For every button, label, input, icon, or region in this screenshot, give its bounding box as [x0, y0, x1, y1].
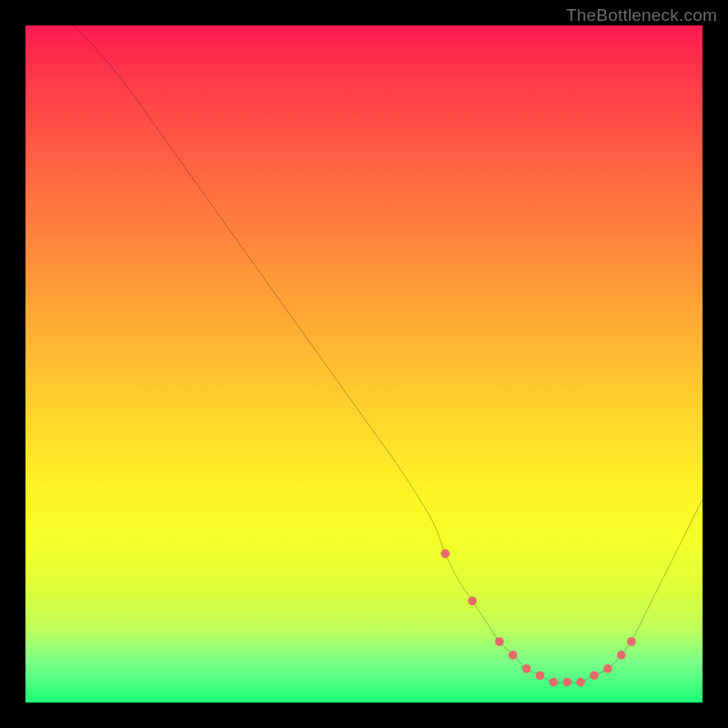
curve-marker — [617, 651, 626, 660]
curve-marker — [562, 678, 571, 687]
curve-marker — [603, 664, 612, 673]
bottleneck-curve — [73, 25, 703, 682]
curve-marker — [576, 678, 585, 687]
chart-frame: TheBottleneck.com — [0, 0, 728, 728]
curve-marker — [440, 549, 450, 558]
curve-marker — [549, 678, 558, 687]
curve-marker — [536, 671, 545, 680]
attribution-text: TheBottleneck.com — [566, 5, 717, 25]
curve-marker — [468, 597, 477, 606]
curve-marker — [509, 651, 518, 660]
curve-marker — [522, 664, 531, 673]
curve-marker — [627, 637, 636, 646]
chart-svg — [25, 25, 703, 703]
curve-marker — [495, 637, 504, 646]
curve-marker — [590, 671, 599, 680]
curve-markers — [440, 549, 635, 686]
